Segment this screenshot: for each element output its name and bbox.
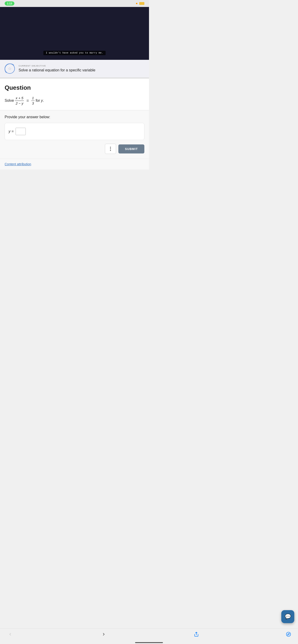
status-time: 1:13: [5, 2, 15, 6]
more-options-button[interactable]: [105, 144, 116, 154]
submit-button[interactable]: SUBMIT: [118, 144, 144, 154]
answer-input-area[interactable]: y =: [5, 123, 144, 140]
for-text: for: [36, 98, 41, 102]
video-subtitle: I wouldn't have asked you to marry me.: [43, 51, 105, 55]
status-bar: 1:13: [0, 0, 149, 7]
equals-sign: =: [27, 98, 29, 103]
fraction-2-numerator: 1: [31, 96, 35, 101]
notification-dot: [136, 3, 137, 4]
more-dots-icon: [110, 147, 111, 151]
video-player[interactable]: I wouldn't have asked you to marry me.: [0, 7, 149, 60]
provide-answer-label: Provide your answer below:: [5, 115, 144, 119]
fraction-1-numerator: x + 5: [15, 96, 24, 101]
question-body: Solve x + 5 2 − y = 1 3 for y.: [5, 96, 144, 106]
answer-input-box[interactable]: [16, 128, 26, 135]
math-input-label: y =: [9, 129, 14, 134]
objective-icon: ☆: [5, 64, 15, 74]
variable-y: y.: [41, 98, 44, 102]
question-heading: Question: [5, 84, 144, 91]
answer-section: Provide your answer below: y = SUBMIT: [0, 110, 149, 158]
solve-text: Solve: [5, 98, 14, 102]
objective-text: CURRENT OBJECTIVE Solve a rational equat…: [19, 65, 144, 73]
content-attribution-section: Content attribution: [0, 158, 149, 170]
objective-section: ☆ CURRENT OBJECTIVE Solve a rational equ…: [0, 60, 149, 78]
bottom-spacer: [0, 170, 149, 197]
fraction-1-denominator: 2 − y: [15, 101, 24, 106]
star-icon: ☆: [8, 66, 12, 71]
fraction-1: x + 5 2 − y: [15, 96, 24, 106]
question-section: Question Solve x + 5 2 − y = 1 3 for y.: [0, 78, 149, 110]
math-input-row: y =: [9, 128, 140, 135]
content-attribution-link[interactable]: Content attribution: [5, 162, 31, 166]
fraction-2-denominator: 3: [31, 101, 35, 106]
action-row: SUBMIT: [5, 144, 144, 154]
objective-label: CURRENT OBJECTIVE: [19, 65, 144, 67]
objective-title: Solve a rational equation for a specific…: [19, 68, 144, 73]
status-icons: [136, 2, 144, 5]
fraction-2: 1 3: [31, 96, 35, 106]
battery-icon: [139, 2, 144, 5]
